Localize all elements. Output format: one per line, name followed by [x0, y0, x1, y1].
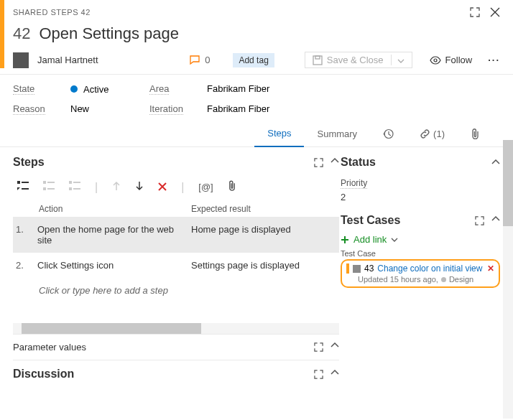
- add-step-placeholder[interactable]: Click or type here to add a step: [13, 278, 339, 303]
- area-value[interactable]: Fabrikam Fiber: [207, 83, 500, 95]
- close-icon[interactable]: [490, 7, 500, 17]
- work-item-id: 42: [13, 24, 30, 43]
- parameter-values-heading[interactable]: Parameter values: [13, 342, 86, 353]
- chevron-up-icon[interactable]: [491, 216, 500, 222]
- link-icon: [420, 129, 430, 139]
- attach-icon[interactable]: [228, 180, 236, 194]
- attachment-icon: [471, 129, 480, 139]
- linked-test-case[interactable]: 43 Change color on initial view ✕ Update…: [341, 259, 500, 288]
- chevron-up-icon[interactable]: [331, 370, 339, 375]
- column-expected: Expected result: [187, 204, 339, 214]
- horizontal-scrollbar[interactable]: [13, 323, 339, 334]
- priority-label: Priority: [341, 178, 367, 189]
- avatar: [13, 52, 29, 68]
- maximize-icon[interactable]: [314, 370, 323, 379]
- reason-label: Reason: [13, 103, 45, 115]
- add-link-button[interactable]: Add link: [341, 234, 500, 245]
- svg-rect-1: [315, 56, 320, 59]
- discussion-heading: Discussion: [13, 368, 74, 381]
- step-row[interactable]: 2. Click Settings icon Settings page is …: [13, 253, 339, 278]
- assignee-name[interactable]: Jamal Hartnett: [37, 55, 98, 65]
- save-close-button[interactable]: Save & Close: [305, 52, 412, 68]
- iteration-label: Iteration: [149, 103, 183, 115]
- insert-shared-icon: [43, 181, 55, 194]
- eye-icon: [430, 56, 441, 65]
- delete-step-icon[interactable]: [158, 181, 167, 194]
- status-heading: Status: [341, 156, 376, 169]
- follow-button[interactable]: Follow: [430, 55, 473, 65]
- fullscreen-icon[interactable]: [470, 7, 480, 17]
- chevron-up-icon[interactable]: [331, 342, 339, 348]
- work-item-title[interactable]: Open Settings page: [39, 24, 178, 43]
- test-case-link[interactable]: Change color on initial view: [377, 263, 482, 274]
- vertical-scrollbar[interactable]: [503, 140, 513, 419]
- remove-link-icon[interactable]: ✕: [487, 263, 494, 274]
- iteration-value[interactable]: Fabrikam Fiber: [207, 103, 500, 115]
- svg-rect-0: [313, 56, 322, 65]
- chevron-down-icon[interactable]: [391, 55, 405, 65]
- tab-history[interactable]: [370, 121, 407, 146]
- area-label: Area: [149, 83, 169, 95]
- chevron-up-icon[interactable]: [331, 158, 339, 164]
- insert-step-icon[interactable]: [17, 181, 29, 194]
- tab-steps[interactable]: Steps: [254, 121, 304, 147]
- tab-attachments[interactable]: [458, 121, 493, 146]
- steps-heading: Steps: [13, 156, 45, 169]
- column-action: Action: [34, 204, 187, 214]
- svg-point-2: [434, 59, 437, 62]
- work-item-type-label: SHARED STEPS 42: [13, 8, 91, 17]
- move-up-icon: [112, 181, 121, 194]
- history-icon: [383, 129, 394, 139]
- maximize-icon[interactable]: [475, 216, 484, 225]
- maximize-icon[interactable]: [314, 158, 323, 167]
- save-icon: [313, 55, 323, 65]
- state-dot-icon: [441, 277, 446, 282]
- test-case-label: Test Case: [341, 249, 500, 258]
- state-value[interactable]: Active: [70, 83, 149, 95]
- reason-value[interactable]: New: [70, 103, 149, 115]
- maximize-icon[interactable]: [314, 342, 323, 352]
- test-case-type-icon: [353, 265, 361, 273]
- chevron-up-icon[interactable]: [491, 159, 500, 165]
- state-label: State: [13, 83, 34, 95]
- test-case-color-bar: [346, 263, 349, 274]
- insert-param-icon[interactable]: [@]: [198, 182, 213, 192]
- comment-icon: [189, 55, 200, 65]
- discussion-count[interactable]: 0: [189, 55, 210, 65]
- step-row[interactable]: 1. Open the home page for the web site H…: [13, 217, 339, 253]
- priority-value[interactable]: 2: [341, 192, 500, 202]
- move-down-icon[interactable]: [135, 181, 144, 194]
- create-shared-icon: [69, 181, 80, 194]
- add-tag-button[interactable]: Add tag: [233, 53, 274, 67]
- tab-summary[interactable]: Summary: [304, 121, 370, 146]
- test-cases-heading: Test Cases: [341, 214, 400, 227]
- chevron-down-icon: [391, 238, 398, 242]
- plus-icon: [341, 235, 349, 244]
- more-actions-button[interactable]: ···: [488, 55, 500, 65]
- tab-links[interactable]: (1): [407, 121, 458, 146]
